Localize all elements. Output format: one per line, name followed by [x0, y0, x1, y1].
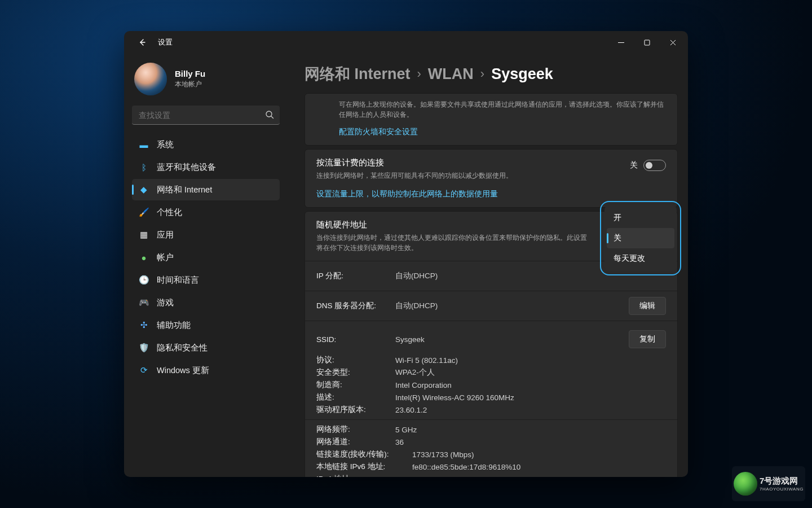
- row-value: 自动(DHCP): [395, 301, 629, 311]
- dropdown-option-daily[interactable]: 每天更改: [607, 248, 674, 269]
- row-value: WPA2-个人: [395, 367, 666, 378]
- data-limit-link[interactable]: 设置流量上限，以帮助控制在此网络上的数据使用量: [316, 189, 498, 199]
- random-mac-desc: 当你连接到此网络时，通过使其他人更难以跟踪你的设备位置来帮助保护你的隐私。此设置…: [316, 233, 593, 253]
- back-button[interactable]: [134, 34, 150, 50]
- driver-row: 驱动程序版本: 23.60.1.2: [305, 404, 677, 416]
- sidebar-item-update[interactable]: ⟳Windows 更新: [132, 360, 280, 381]
- sidebar-item-network[interactable]: ◆网络和 Internet: [132, 179, 280, 200]
- row-value: 23.60.1.2: [395, 406, 666, 414]
- edit-dns-button[interactable]: 编辑: [629, 297, 666, 315]
- main: 网络和 Internet › WLAN › Sysgeek 可在网络上发现你的设…: [288, 54, 688, 477]
- svg-point-1: [266, 111, 272, 117]
- person-icon: ●: [139, 252, 149, 262]
- random-mac-dropdown[interactable]: 开 关 每天更改: [604, 205, 677, 271]
- sidebar-item-label: 时间和语言: [157, 275, 199, 286]
- row-label: 网络通道:: [316, 437, 395, 447]
- display-icon: ▬: [139, 139, 149, 150]
- watermark-text: 7号游戏网: [760, 476, 804, 487]
- sidebar-item-label: 个性化: [157, 207, 182, 218]
- sidebar-item-system[interactable]: ▬系统: [132, 134, 280, 155]
- metered-title: 按流量计费的连接: [316, 157, 619, 168]
- clock-icon: 🕒: [139, 275, 149, 285]
- chevron-right-icon: ›: [417, 67, 421, 81]
- sidebar-item-apps[interactable]: ▦应用: [132, 224, 280, 246]
- ipv6-local-row: 本地链接 IPv6 地址: fe80::de85:5bde:17d8:9618%…: [305, 461, 677, 473]
- breadcrumb-item[interactable]: 网络和 Internet: [304, 64, 411, 84]
- manufacturer-row: 制造商: Intel Corporation: [305, 379, 677, 391]
- sync-icon: ⟳: [139, 365, 149, 375]
- sidebar-item-personalize[interactable]: 🖌️个性化: [132, 202, 280, 223]
- minimize-button[interactable]: [608, 33, 634, 51]
- row-label: IPv4 地址:: [316, 474, 412, 477]
- maximize-button[interactable]: [634, 33, 660, 51]
- dropdown-option-off[interactable]: 关: [607, 228, 674, 248]
- sidebar: Billy Fu 本地帐户 ▬系统 ᛒ蓝牙和其他设备 ◆网络和 Internet…: [124, 54, 288, 477]
- profile-subtitle: 本地帐户: [175, 80, 205, 89]
- wifi-icon: ◆: [139, 185, 149, 195]
- row-value: fe80::de85:5bde:17d8:9618%10: [412, 463, 666, 471]
- row-label: 网络频带:: [316, 424, 395, 435]
- metered-desc: 连接到此网络时，某些应用可能具有不同的功能以减少数据使用。: [316, 170, 619, 181]
- firewall-link[interactable]: 配置防火墙和安全设置: [339, 127, 418, 137]
- row-label: 安全类型:: [316, 367, 395, 378]
- sidebar-item-label: 帐户: [157, 252, 174, 263]
- breadcrumb: 网络和 Internet › WLAN › Sysgeek: [288, 54, 688, 90]
- sidebar-item-label: 应用: [157, 230, 174, 240]
- ipv4-row: IPv4 地址: 192.168.100.10: [305, 473, 677, 477]
- avatar: [134, 63, 167, 95]
- sidebar-item-label: 游戏: [157, 297, 174, 308]
- breadcrumb-item-current: Sysgeek: [491, 65, 553, 83]
- window-title: 设置: [158, 37, 173, 47]
- row-value: 5 GHz: [395, 426, 666, 434]
- row-label: 驱动程序版本:: [316, 405, 395, 415]
- sidebar-item-accounts[interactable]: ●帐户: [132, 247, 280, 268]
- sidebar-item-label: 网络和 Internet: [157, 185, 212, 195]
- profile[interactable]: Billy Fu 本地帐户: [129, 59, 283, 106]
- sidebar-item-bluetooth[interactable]: ᛒ蓝牙和其他设备: [132, 156, 280, 178]
- sidebar-item-label: 隐私和安全性: [157, 343, 208, 353]
- maximize-icon: [644, 40, 650, 46]
- metered-card: 按流量计费的连接 连接到此网络时，某些应用可能具有不同的功能以减少数据使用。 设…: [304, 149, 678, 208]
- gamepad-icon: 🎮: [139, 297, 149, 308]
- sidebar-item-label: 系统: [157, 139, 174, 150]
- search-input[interactable]: [132, 106, 280, 125]
- discovery-card: 可在网络上发现你的设备。如果需要文件共享或使用通过此网络通信的应用，请选择此选项…: [304, 93, 678, 146]
- row-label: 链接速度(接收/传输):: [316, 449, 412, 459]
- sidebar-item-gaming[interactable]: 🎮游戏: [132, 292, 280, 313]
- security-row: 安全类型: WPA2-个人: [305, 366, 677, 379]
- watermark: 7号游戏网 7HAOYOUXIWANG: [732, 466, 805, 501]
- sidebar-item-time[interactable]: 🕒时间和语言: [132, 269, 280, 291]
- row-label: IP 分配:: [316, 271, 395, 281]
- metered-toggle[interactable]: [643, 160, 666, 171]
- dns-assign-row: DNS 服务器分配: 自动(DHCP) 编辑: [305, 291, 677, 321]
- shield-icon: 🛡️: [139, 343, 149, 353]
- row-value: 36: [395, 438, 666, 446]
- globe-icon: [734, 472, 757, 496]
- settings-window: 设置 Billy Fu 本地帐户: [124, 31, 688, 477]
- row-value: 自动(DHCP): [395, 271, 629, 281]
- accessibility-icon: ✣: [139, 320, 149, 330]
- arrow-left-icon: [138, 38, 147, 47]
- row-value: Intel(R) Wireless-AC 9260 160MHz: [395, 393, 666, 402]
- protocol-row: 协议: Wi-Fi 5 (802.11ac): [305, 354, 677, 366]
- content: 可在网络上发现你的设备。如果需要文件共享或使用通过此网络通信的应用，请选择此选项…: [288, 90, 688, 477]
- sidebar-item-label: 蓝牙和其他设备: [157, 162, 216, 173]
- row-value: Intel Corporation: [395, 381, 666, 389]
- dropdown-option-on[interactable]: 开: [607, 208, 674, 228]
- copy-button[interactable]: 复制: [629, 330, 666, 348]
- nav: ▬系统 ᛒ蓝牙和其他设备 ◆网络和 Internet 🖌️个性化 ▦应用 ●帐户…: [129, 134, 283, 381]
- sidebar-item-accessibility[interactable]: ✣辅助功能: [132, 314, 280, 336]
- titlebar: 设置: [124, 31, 688, 54]
- band-row: 网络频带: 5 GHz: [305, 423, 677, 436]
- breadcrumb-item[interactable]: WLAN: [428, 65, 474, 83]
- close-button[interactable]: [660, 33, 686, 51]
- row-label: SSID:: [316, 335, 395, 344]
- metered-toggle-state: 关: [630, 160, 638, 170]
- svg-rect-0: [645, 40, 650, 45]
- row-value: Sysgeek: [395, 335, 629, 344]
- link-speed-row: 链接速度(接收/传输): 1733/1733 (Mbps): [305, 448, 677, 461]
- search-icon: [265, 110, 274, 119]
- profile-name: Billy Fu: [175, 69, 205, 78]
- apps-icon: ▦: [139, 230, 149, 240]
- sidebar-item-privacy[interactable]: 🛡️隐私和安全性: [132, 337, 280, 358]
